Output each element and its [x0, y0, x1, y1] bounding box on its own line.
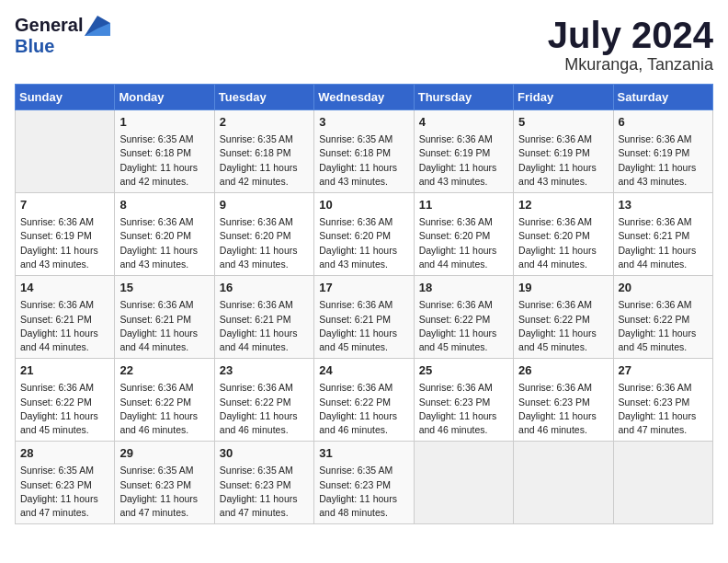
day-number: 12 [518, 197, 608, 213]
location-title: Mkuranga, Tanzania [548, 55, 713, 75]
calendar-cell: 26Sunrise: 6:36 AMSunset: 6:23 PMDayligh… [514, 359, 613, 442]
day-number: 23 [220, 362, 309, 379]
calendar-cell: 16Sunrise: 6:36 AMSunset: 6:21 PMDayligh… [214, 276, 313, 359]
day-header-tuesday: Tuesday [214, 85, 313, 110]
day-info: Sunrise: 6:36 AMSunset: 6:20 PMDaylight:… [319, 215, 408, 271]
logo-icon [85, 16, 110, 36]
day-number: 20 [619, 280, 708, 296]
calendar-cell: 3Sunrise: 6:35 AMSunset: 6:18 PMDaylight… [314, 110, 414, 193]
day-number: 18 [419, 280, 508, 296]
calendar-cell: 25Sunrise: 6:36 AMSunset: 6:23 PMDayligh… [414, 359, 513, 442]
day-info: Sunrise: 6:35 AMSunset: 6:23 PMDaylight:… [319, 464, 408, 520]
day-info: Sunrise: 6:36 AMSunset: 6:22 PMDaylight:… [119, 381, 209, 437]
day-info: Sunrise: 6:35 AMSunset: 6:23 PMDaylight:… [20, 464, 109, 520]
day-info: Sunrise: 6:36 AMSunset: 6:22 PMDaylight:… [319, 381, 408, 437]
calendar-cell: 1Sunrise: 6:35 AMSunset: 6:18 PMDaylight… [115, 110, 214, 193]
day-number: 26 [518, 362, 608, 379]
calendar-cell: 10Sunrise: 6:36 AMSunset: 6:20 PMDayligh… [314, 193, 414, 276]
calendar-table: SundayMondayTuesdayWednesdayThursdayFrid… [15, 84, 713, 524]
calendar-week-4: 21Sunrise: 6:36 AMSunset: 6:22 PMDayligh… [16, 359, 713, 442]
day-number: 16 [220, 280, 309, 296]
calendar-cell: 5Sunrise: 6:36 AMSunset: 6:19 PMDaylight… [514, 110, 613, 193]
day-info: Sunrise: 6:36 AMSunset: 6:23 PMDaylight:… [419, 381, 508, 437]
day-info: Sunrise: 6:35 AMSunset: 6:18 PMDaylight:… [220, 132, 309, 189]
day-number: 17 [319, 280, 408, 296]
calendar-cell: 22Sunrise: 6:36 AMSunset: 6:22 PMDayligh… [115, 359, 214, 442]
calendar-cell: 17Sunrise: 6:36 AMSunset: 6:21 PMDayligh… [314, 276, 414, 359]
day-number: 15 [119, 280, 209, 296]
day-info: Sunrise: 6:36 AMSunset: 6:20 PMDaylight:… [518, 215, 608, 271]
day-info: Sunrise: 6:36 AMSunset: 6:22 PMDaylight:… [20, 381, 109, 437]
day-number: 7 [20, 197, 109, 213]
calendar-cell: 24Sunrise: 6:36 AMSunset: 6:22 PMDayligh… [314, 359, 414, 442]
day-info: Sunrise: 6:36 AMSunset: 6:20 PMDaylight:… [419, 215, 508, 271]
logo-general: General [15, 15, 83, 36]
calendar-cell: 15Sunrise: 6:36 AMSunset: 6:21 PMDayligh… [115, 276, 214, 359]
day-number: 10 [319, 197, 408, 213]
day-number: 30 [220, 445, 309, 462]
calendar-cell: 8Sunrise: 6:36 AMSunset: 6:20 PMDaylight… [115, 193, 214, 276]
day-info: Sunrise: 6:36 AMSunset: 6:21 PMDaylight:… [20, 298, 109, 354]
day-info: Sunrise: 6:36 AMSunset: 6:23 PMDaylight:… [619, 381, 708, 437]
logo-blue: Blue [15, 36, 54, 56]
calendar-cell: 4Sunrise: 6:36 AMSunset: 6:19 PMDaylight… [414, 110, 513, 193]
calendar-cell: 11Sunrise: 6:36 AMSunset: 6:20 PMDayligh… [414, 193, 513, 276]
day-number: 24 [319, 362, 408, 379]
calendar-cell: 19Sunrise: 6:36 AMSunset: 6:22 PMDayligh… [514, 276, 613, 359]
day-number: 22 [119, 362, 209, 379]
day-info: Sunrise: 6:36 AMSunset: 6:23 PMDaylight:… [518, 381, 608, 437]
calendar-cell: 21Sunrise: 6:36 AMSunset: 6:22 PMDayligh… [16, 359, 115, 442]
calendar-cell: 9Sunrise: 6:36 AMSunset: 6:20 PMDaylight… [214, 193, 313, 276]
day-info: Sunrise: 6:36 AMSunset: 6:19 PMDaylight:… [619, 132, 708, 189]
day-number: 14 [20, 280, 109, 296]
calendar-week-3: 14Sunrise: 6:36 AMSunset: 6:21 PMDayligh… [16, 276, 713, 359]
day-number: 5 [518, 114, 608, 131]
calendar-cell: 14Sunrise: 6:36 AMSunset: 6:21 PMDayligh… [16, 276, 115, 359]
calendar-week-5: 28Sunrise: 6:35 AMSunset: 6:23 PMDayligh… [16, 442, 713, 524]
calendar-cell: 23Sunrise: 6:36 AMSunset: 6:22 PMDayligh… [214, 359, 313, 442]
calendar-cell: 13Sunrise: 6:36 AMSunset: 6:21 PMDayligh… [613, 193, 712, 276]
calendar-cell: 31Sunrise: 6:35 AMSunset: 6:23 PMDayligh… [314, 442, 414, 524]
day-number: 25 [419, 362, 508, 379]
month-title: July 2024 [548, 15, 713, 55]
day-info: Sunrise: 6:36 AMSunset: 6:21 PMDaylight:… [319, 298, 408, 354]
day-info: Sunrise: 6:35 AMSunset: 6:23 PMDaylight:… [220, 464, 309, 520]
day-info: Sunrise: 6:36 AMSunset: 6:20 PMDaylight:… [119, 215, 209, 271]
day-number: 1 [119, 114, 209, 131]
day-info: Sunrise: 6:35 AMSunset: 6:23 PMDaylight:… [119, 464, 209, 520]
day-number: 28 [20, 445, 109, 462]
day-header-monday: Monday [115, 85, 214, 110]
day-info: Sunrise: 6:35 AMSunset: 6:18 PMDaylight:… [319, 132, 408, 189]
calendar-week-1: 1Sunrise: 6:35 AMSunset: 6:18 PMDaylight… [16, 110, 713, 193]
day-number: 11 [419, 197, 508, 213]
day-info: Sunrise: 6:36 AMSunset: 6:20 PMDaylight:… [220, 215, 309, 271]
day-number: 2 [220, 114, 309, 131]
calendar-cell: 12Sunrise: 6:36 AMSunset: 6:20 PMDayligh… [514, 193, 613, 276]
calendar-cell [514, 442, 613, 524]
day-number: 8 [119, 197, 209, 213]
logo: General Blue [15, 15, 110, 57]
day-info: Sunrise: 6:36 AMSunset: 6:22 PMDaylight:… [518, 298, 608, 354]
calendar-cell: 27Sunrise: 6:36 AMSunset: 6:23 PMDayligh… [613, 359, 712, 442]
title-block: July 2024 Mkuranga, Tanzania [548, 15, 713, 75]
day-number: 29 [119, 445, 209, 462]
day-info: Sunrise: 6:36 AMSunset: 6:21 PMDaylight:… [619, 215, 708, 271]
day-info: Sunrise: 6:36 AMSunset: 6:22 PMDaylight:… [419, 298, 508, 354]
day-number: 6 [619, 114, 708, 131]
day-number: 13 [619, 197, 708, 213]
day-info: Sunrise: 6:36 AMSunset: 6:19 PMDaylight:… [20, 215, 109, 271]
day-info: Sunrise: 6:35 AMSunset: 6:18 PMDaylight:… [119, 132, 209, 189]
day-header-saturday: Saturday [613, 85, 712, 110]
day-number: 27 [619, 362, 708, 379]
day-info: Sunrise: 6:36 AMSunset: 6:22 PMDaylight:… [220, 381, 309, 437]
calendar-cell: 20Sunrise: 6:36 AMSunset: 6:22 PMDayligh… [613, 276, 712, 359]
day-info: Sunrise: 6:36 AMSunset: 6:21 PMDaylight:… [119, 298, 209, 354]
day-number: 4 [419, 114, 508, 131]
calendar-cell: 6Sunrise: 6:36 AMSunset: 6:19 PMDaylight… [613, 110, 712, 193]
day-number: 9 [220, 197, 309, 213]
page-header: General Blue July 2024 Mkuranga, Tanzani… [15, 15, 713, 75]
calendar-cell [613, 442, 712, 524]
day-number: 19 [518, 280, 608, 296]
day-info: Sunrise: 6:36 AMSunset: 6:22 PMDaylight:… [619, 298, 708, 354]
day-header-sunday: Sunday [16, 85, 115, 110]
